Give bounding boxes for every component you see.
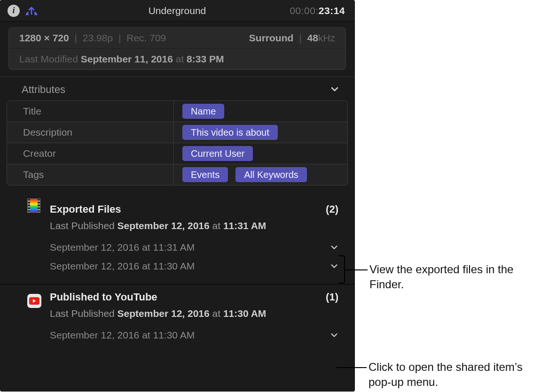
timecode-value: 23:14 [319, 5, 345, 16]
share-tab-button[interactable] [24, 3, 39, 19]
youtube-icon [27, 294, 42, 309]
token-events[interactable]: Events [182, 167, 228, 182]
filmstrip-icon [27, 199, 42, 214]
exported-item-1[interactable]: September 12, 2016 at 11:30 AM [27, 257, 341, 276]
attributes-table: Title Name Description This video is abo… [7, 100, 348, 185]
attr-title-label: Title [7, 101, 174, 122]
youtube-last-published: Last Published September 12, 2016 at 11:… [27, 308, 341, 319]
attr-creator-label: Creator [7, 143, 174, 164]
video-dimensions: 1280 × 720 [19, 32, 69, 43]
youtube-item-0[interactable]: September 12, 2016 at 11:30 AM [27, 326, 341, 345]
attr-title-value[interactable]: Name [174, 101, 347, 122]
exported-at: at [212, 220, 221, 231]
token-creator[interactable]: Current User [182, 146, 253, 161]
exported-last-published-time: 11:31 AM [223, 220, 266, 231]
info-tab-button[interactable]: i [6, 3, 22, 19]
attr-row-description: Description This video is about [7, 122, 347, 143]
attr-tags-label: Tags [7, 164, 174, 185]
exported-files-count: (2) [326, 203, 338, 215]
timecode-prefix: 00:00: [290, 5, 318, 16]
chevron-down-icon[interactable] [330, 331, 338, 339]
attr-tags-value[interactable]: Events All Keywords [174, 164, 347, 185]
last-modified-at: at [176, 54, 184, 64]
format-video-row: 1280 × 720 | 23.98p | Rec. 709 Surround … [9, 28, 345, 48]
token-all-keywords[interactable]: All Keywords [235, 167, 307, 182]
attr-creator-value[interactable]: Current User [174, 143, 347, 164]
attr-description-value[interactable]: This video is about [174, 122, 347, 143]
exported-last-published-date: September 12, 2016 [118, 220, 210, 231]
inspector-topbar: i Underground 00:00:23:14 [0, 0, 354, 22]
attr-row-title: Title Name [7, 101, 347, 122]
exported-last-published: Last Published September 12, 2016 at 11:… [27, 220, 341, 231]
attr-description-label: Description [7, 122, 174, 143]
last-modified-label: Last Modified [19, 54, 78, 64]
callout-popup-text: Click to open the shared item’s pop-up m… [369, 360, 547, 390]
published-youtube-group: Published to YouTube (1) Last Published … [0, 284, 354, 353]
chevron-down-icon [330, 85, 340, 95]
chevron-down-icon[interactable] [330, 262, 338, 270]
timecode-display: 00:00:23:14 [290, 5, 345, 16]
video-framerate: 23.98p [83, 32, 113, 43]
youtube-last-published-label: Last Published [50, 308, 115, 319]
token-description[interactable]: This video is about [182, 125, 278, 140]
share-arrows-icon [25, 4, 38, 17]
exported-files-title: Exported Files [50, 203, 121, 215]
audio-rate-unit: kHz [318, 32, 335, 43]
youtube-last-published-date: September 12, 2016 [118, 308, 210, 319]
youtube-title: Published to YouTube [50, 291, 157, 303]
exported-item-0[interactable]: September 12, 2016 at 11:31 AM [27, 238, 341, 257]
format-modified-row: Last Modified September 11, 2016 at 8:33… [9, 48, 345, 69]
attr-row-tags: Tags Events All Keywords [7, 164, 347, 185]
audio-mode: Surround [249, 32, 294, 43]
exported-item-1-label: September 12, 2016 at 11:30 AM [50, 261, 195, 272]
attributes-header[interactable]: Attributes [0, 77, 354, 100]
audio-rate-value: 48 [307, 32, 318, 43]
exported-files-group: Exported Files (2) Last Published Septem… [0, 189, 354, 284]
last-modified-time: 8:33 PM [187, 54, 224, 64]
youtube-last-published-time: 11:30 AM [223, 308, 266, 319]
format-summary: 1280 × 720 | 23.98p | Rec. 709 Surround … [8, 27, 346, 70]
attr-row-creator: Creator Current User [7, 143, 347, 164]
info-icon: i [8, 5, 20, 17]
attributes-header-label: Attributes [22, 84, 65, 96]
callout-finder-text: View the exported files in the Finder. [369, 262, 548, 292]
last-modified-date: September 11, 2016 [81, 54, 173, 64]
exported-item-0-label: September 12, 2016 at 11:31 AM [50, 242, 195, 253]
youtube-at: at [212, 308, 221, 319]
exported-last-published-label: Last Published [50, 220, 115, 231]
youtube-item-0-label: September 12, 2016 at 11:30 AM [50, 330, 195, 341]
token-name[interactable]: Name [182, 104, 224, 119]
chevron-down-icon[interactable] [330, 243, 338, 252]
video-colorspace: Rec. 709 [126, 32, 166, 43]
youtube-count: (1) [326, 291, 338, 303]
share-inspector-panel: i Underground 00:00:23:14 [0, 0, 355, 392]
